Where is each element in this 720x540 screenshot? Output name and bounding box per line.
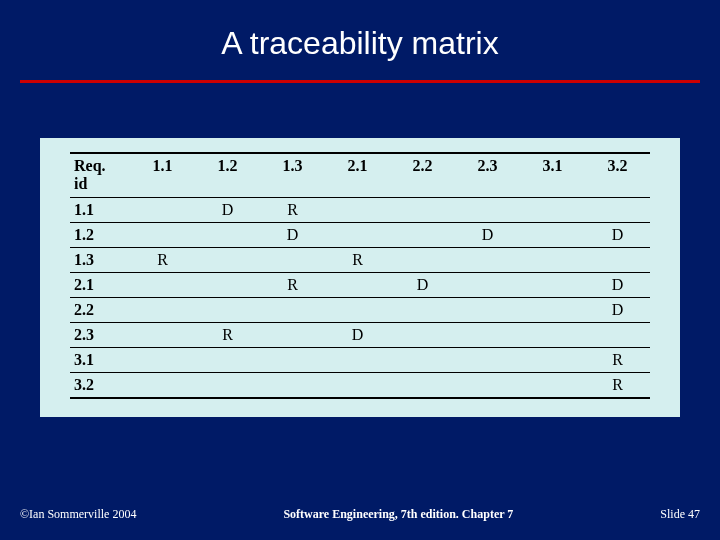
matrix-cell: D (585, 222, 650, 247)
matrix-cell (390, 247, 455, 272)
title-rule (20, 80, 700, 83)
matrix-cell (390, 222, 455, 247)
table-row: 3.2R (70, 372, 650, 398)
col-header: 1.3 (260, 153, 325, 197)
table-row: 1.1DR (70, 197, 650, 222)
row-id: 1.1 (70, 197, 130, 222)
matrix-cell (455, 272, 520, 297)
matrix-cell (130, 347, 195, 372)
matrix-cell (520, 347, 585, 372)
footer-slide-label: Slide (660, 507, 685, 521)
table-row: 1.2DDD (70, 222, 650, 247)
col-header: 2.1 (325, 153, 390, 197)
matrix-cell (195, 297, 260, 322)
matrix-cell (390, 322, 455, 347)
matrix-cell: D (325, 322, 390, 347)
footer-slide: Slide 47 (660, 507, 700, 522)
col-header: 1.1 (130, 153, 195, 197)
matrix-cell (455, 322, 520, 347)
col-header: 2.3 (455, 153, 520, 197)
matrix-cell (520, 297, 585, 322)
matrix-cell (130, 222, 195, 247)
table-row: 3.1R (70, 347, 650, 372)
matrix-cell (260, 322, 325, 347)
matrix-header: Req.id1.11.21.32.12.22.33.13.2 (70, 153, 650, 197)
matrix-cell (520, 272, 585, 297)
row-id: 1.2 (70, 222, 130, 247)
matrix-cell: R (130, 247, 195, 272)
matrix-cell (520, 197, 585, 222)
matrix-cell: R (585, 347, 650, 372)
matrix-cell: D (585, 297, 650, 322)
col-header: 2.2 (390, 153, 455, 197)
matrix-cell (130, 297, 195, 322)
matrix-cell (520, 372, 585, 398)
table-row: 2.1RDD (70, 272, 650, 297)
matrix-cell (195, 222, 260, 247)
matrix-cell: R (585, 372, 650, 398)
matrix-cell (390, 372, 455, 398)
col-header: 1.2 (195, 153, 260, 197)
row-id: 2.1 (70, 272, 130, 297)
matrix-cell (195, 272, 260, 297)
matrix-cell: D (455, 222, 520, 247)
col-header-reqid: Req.id (70, 153, 130, 197)
matrix-panel: Req.id1.11.21.32.12.22.33.13.2 1.1DR1.2D… (40, 138, 680, 417)
matrix-cell: D (390, 272, 455, 297)
row-id: 3.2 (70, 372, 130, 398)
matrix-cell (325, 372, 390, 398)
table-row: 2.2D (70, 297, 650, 322)
matrix-cell (390, 347, 455, 372)
matrix-cell (455, 297, 520, 322)
table-row: 2.3RD (70, 322, 650, 347)
table-row: 1.3RR (70, 247, 650, 272)
row-id: 2.3 (70, 322, 130, 347)
matrix-cell (325, 272, 390, 297)
footer: ©Ian Sommerville 2004 Software Engineeri… (20, 507, 700, 522)
matrix-cell (325, 197, 390, 222)
matrix-cell (130, 322, 195, 347)
row-id: 1.3 (70, 247, 130, 272)
matrix-cell (520, 247, 585, 272)
matrix-cell (520, 322, 585, 347)
footer-title: Software Engineering, 7th edition. Chapt… (283, 507, 513, 522)
matrix-cell: R (260, 272, 325, 297)
row-id: 2.2 (70, 297, 130, 322)
matrix-cell: R (325, 247, 390, 272)
col-header: 3.2 (585, 153, 650, 197)
matrix-cell: R (260, 197, 325, 222)
row-id: 3.1 (70, 347, 130, 372)
matrix-cell (195, 372, 260, 398)
traceability-matrix: Req.id1.11.21.32.12.22.33.13.2 1.1DR1.2D… (70, 152, 650, 399)
matrix-cell: D (585, 272, 650, 297)
matrix-cell (260, 297, 325, 322)
matrix-cell (195, 347, 260, 372)
matrix-cell (130, 197, 195, 222)
col-header: 3.1 (520, 153, 585, 197)
matrix-cell (130, 272, 195, 297)
matrix-cell (455, 347, 520, 372)
page-title: A traceability matrix (0, 25, 720, 62)
matrix-cell (130, 372, 195, 398)
matrix-cell (325, 347, 390, 372)
matrix-cell (325, 297, 390, 322)
matrix-cell (390, 297, 455, 322)
matrix-cell (455, 197, 520, 222)
matrix-cell (390, 197, 455, 222)
matrix-cell: D (195, 197, 260, 222)
matrix-cell (455, 372, 520, 398)
matrix-body: 1.1DR1.2DDD1.3RR2.1RDD2.2D2.3RD3.1R3.2R (70, 197, 650, 398)
title-area: A traceability matrix (0, 0, 720, 80)
matrix-cell: D (260, 222, 325, 247)
matrix-cell (520, 222, 585, 247)
footer-slide-number: 47 (688, 507, 700, 521)
matrix-cell (585, 197, 650, 222)
matrix-cell (585, 322, 650, 347)
matrix-cell (585, 247, 650, 272)
matrix-cell (260, 372, 325, 398)
matrix-cell (195, 247, 260, 272)
matrix-cell: R (195, 322, 260, 347)
matrix-cell (455, 247, 520, 272)
matrix-cell (325, 222, 390, 247)
matrix-cell (260, 347, 325, 372)
